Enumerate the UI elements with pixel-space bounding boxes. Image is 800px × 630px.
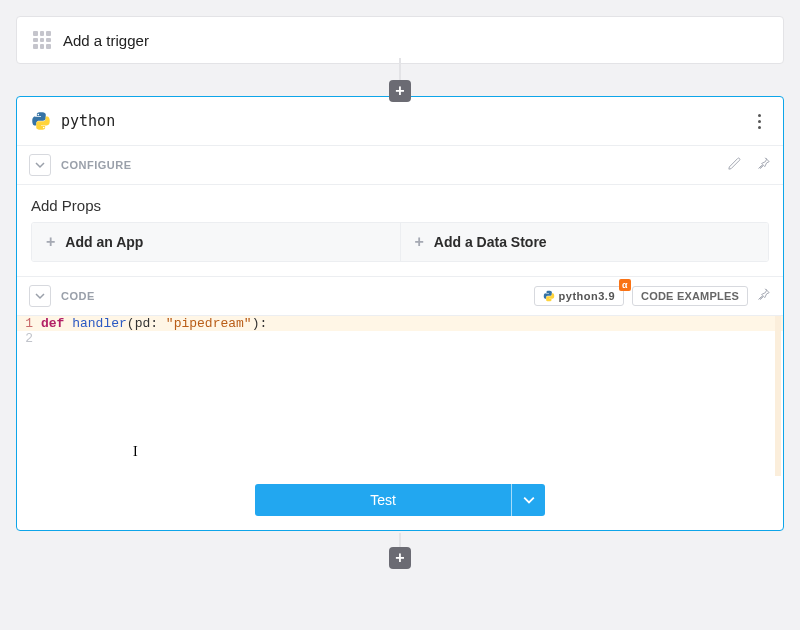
python-icon bbox=[31, 111, 51, 131]
pin-button[interactable] bbox=[756, 287, 771, 305]
trigger-card[interactable]: Add a trigger bbox=[16, 16, 784, 64]
add-step-button[interactable]: + bbox=[389, 80, 411, 102]
runtime-chip[interactable]: python3.9 α bbox=[534, 286, 624, 306]
runtime-chip-label: python3.9 bbox=[559, 290, 615, 302]
configure-collapse-toggle[interactable] bbox=[29, 154, 51, 176]
pin-button[interactable] bbox=[756, 156, 771, 174]
chevron-down-icon bbox=[35, 291, 45, 301]
code-label: CODE bbox=[61, 290, 95, 302]
kebab-menu[interactable] bbox=[749, 109, 769, 133]
add-datastore-label: Add a Data Store bbox=[434, 234, 547, 250]
add-app-label: Add an App bbox=[65, 234, 143, 250]
python-step-card: python CONFIGURE Add Props + Add an App … bbox=[16, 96, 784, 531]
trigger-label: Add a trigger bbox=[63, 32, 149, 49]
text-cursor: I bbox=[133, 444, 138, 460]
edit-button[interactable] bbox=[727, 156, 742, 174]
code-collapse-toggle[interactable] bbox=[29, 285, 51, 307]
step-title: python bbox=[61, 112, 115, 130]
python-icon bbox=[543, 290, 555, 302]
code-token-kw: def bbox=[41, 316, 72, 331]
step-header: python bbox=[17, 97, 783, 145]
configure-section-bar: CONFIGURE bbox=[17, 145, 783, 185]
test-row: Test bbox=[17, 476, 783, 530]
code-token: ): bbox=[252, 316, 268, 331]
code-section-bar: CODE python3.9 α CODE EXAMPLES bbox=[17, 276, 783, 316]
plus-icon: + bbox=[46, 233, 55, 251]
editor-right-gutter bbox=[775, 316, 781, 476]
code-examples-label: CODE EXAMPLES bbox=[641, 290, 739, 302]
pencil-icon bbox=[727, 156, 742, 171]
props-row: + Add an App + Add a Data Store bbox=[31, 222, 769, 262]
plus-icon: + bbox=[415, 233, 424, 251]
chevron-down-icon bbox=[523, 494, 535, 506]
add-props-heading: Add Props bbox=[17, 185, 783, 222]
line-number: 1 bbox=[17, 316, 41, 331]
pin-icon bbox=[756, 156, 771, 171]
pin-icon bbox=[756, 287, 771, 302]
code-token: (pd: bbox=[127, 316, 166, 331]
test-button[interactable]: Test bbox=[255, 484, 511, 516]
add-step-button[interactable]: + bbox=[389, 547, 411, 569]
line-number: 2 bbox=[17, 331, 41, 346]
test-button-group: Test bbox=[255, 484, 545, 516]
test-dropdown-button[interactable] bbox=[511, 484, 545, 516]
code-token-fn: handler bbox=[72, 316, 127, 331]
code-editor[interactable]: 1 def handler(pd: "pipedream"): 2 I bbox=[17, 316, 783, 476]
add-datastore-button[interactable]: + Add a Data Store bbox=[400, 223, 769, 261]
grid-icon bbox=[33, 31, 51, 49]
configure-label: CONFIGURE bbox=[61, 159, 132, 171]
code-examples-chip[interactable]: CODE EXAMPLES bbox=[632, 286, 748, 306]
code-token-str: "pipedream" bbox=[166, 316, 252, 331]
chevron-down-icon bbox=[35, 160, 45, 170]
alpha-badge: α bbox=[619, 279, 631, 291]
code-line-2: 2 bbox=[17, 331, 783, 346]
code-line-1: 1 def handler(pd: "pipedream"): bbox=[17, 316, 783, 331]
add-app-button[interactable]: + Add an App bbox=[32, 223, 400, 261]
